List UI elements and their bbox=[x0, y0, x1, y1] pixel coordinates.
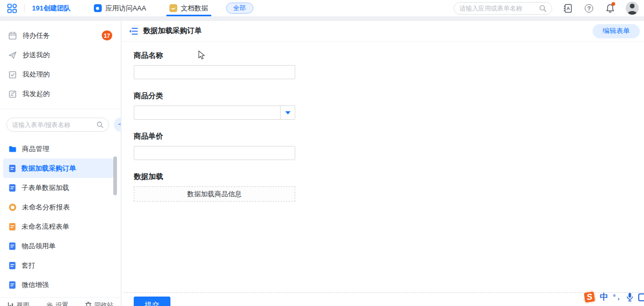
list-item[interactable]: 微信增强 bbox=[3, 275, 113, 294]
ime-chinese-mode[interactable]: 中 bbox=[600, 292, 608, 303]
field-product-price: 商品单价 bbox=[134, 132, 295, 160]
edit-form-button[interactable]: 编辑表单 bbox=[593, 24, 640, 38]
tab-label: 应用访问AAA bbox=[105, 4, 146, 13]
footer-recycle-bin[interactable]: 回收站 bbox=[85, 301, 113, 306]
list-item[interactable]: 未命名流程表单 bbox=[3, 217, 113, 236]
team-name[interactable]: 191创建团队 bbox=[32, 4, 71, 13]
gear-icon bbox=[46, 302, 53, 306]
list-item[interactable]: 物品领用单 bbox=[3, 236, 113, 256]
sidebar-footer: 视图 设置 回收站 bbox=[0, 297, 121, 306]
list-item-label: 套打 bbox=[22, 261, 35, 270]
list-item-label: 物品领用单 bbox=[22, 241, 56, 251]
product-name-input[interactable] bbox=[134, 65, 295, 79]
sidebar-item-todo-tasks[interactable]: 待办任务 17 bbox=[0, 26, 121, 45]
select-arrow[interactable] bbox=[280, 106, 295, 119]
document-icon bbox=[8, 261, 16, 270]
field-product-name: 商品名称 bbox=[134, 51, 295, 79]
document-icon bbox=[8, 281, 16, 289]
list-item-selected[interactable]: 数据加载采购订单 bbox=[3, 159, 113, 178]
help-icon[interactable]: ? bbox=[584, 3, 594, 14]
nav-label: 待办任务 bbox=[23, 31, 50, 40]
page-title: 数据加载采购订单 bbox=[143, 26, 202, 36]
app-access-icon bbox=[94, 4, 102, 12]
list-item-label: 子表单数据加载 bbox=[22, 183, 69, 193]
list-item[interactable]: 子表单数据加载 bbox=[3, 178, 113, 197]
form-search-row: + bbox=[0, 109, 121, 137]
field-product-category: 商品分类 bbox=[134, 91, 295, 120]
sidebar: 待办任务 17 抄送我的 我处理的 我发起的 + 商品管理 数据加 bbox=[0, 21, 121, 306]
apps-grid-icon[interactable] bbox=[7, 4, 17, 13]
address-book-icon[interactable]: A bbox=[563, 3, 573, 14]
footer-label: 视图 bbox=[17, 301, 29, 306]
bottom-dashed-divider bbox=[124, 292, 644, 293]
main-header: 数据加载采购订单 编辑表单 bbox=[122, 21, 644, 41]
field-label: 商品单价 bbox=[134, 132, 295, 141]
list-item-label: 微信增强 bbox=[22, 280, 49, 290]
product-price-input[interactable] bbox=[134, 146, 295, 160]
sidebar-item-handled-by-me[interactable]: 我处理的 bbox=[0, 65, 121, 84]
search-icon bbox=[539, 5, 546, 12]
tab-label: 文档数据 bbox=[181, 4, 208, 13]
sidebar-nav: 待办任务 17 抄送我的 我处理的 我发起的 bbox=[0, 21, 121, 103]
nav-label: 我处理的 bbox=[23, 70, 50, 79]
list-item[interactable]: 套打 bbox=[3, 256, 113, 275]
nav-label: 我发起的 bbox=[23, 89, 50, 99]
add-form-button[interactable]: + bbox=[114, 118, 121, 132]
main-panel: 数据加载采购订单 编辑表单 商品名称 商品分类 商品单价 数据加载 数据加载商品… bbox=[122, 21, 644, 306]
clipboard-edit-icon bbox=[8, 90, 17, 98]
field-data-load: 数据加载 数据加载商品信息 bbox=[134, 172, 295, 202]
clipboard-check-icon bbox=[8, 70, 17, 79]
list-item-folder[interactable]: 商品管理 bbox=[3, 139, 113, 159]
ime-keyboard-icon[interactable] bbox=[638, 293, 644, 301]
list-item-label: 未命名分析报表 bbox=[22, 203, 70, 212]
chevron-down-icon bbox=[285, 111, 291, 114]
global-search[interactable] bbox=[454, 2, 552, 15]
notification-dot bbox=[611, 2, 615, 6]
microphone-icon[interactable] bbox=[626, 292, 634, 302]
list-item-label: 数据加载采购订单 bbox=[22, 164, 76, 173]
form-area: 商品名称 商品分类 商品单价 数据加载 数据加载商品信息 bbox=[122, 41, 644, 202]
form-search[interactable] bbox=[6, 118, 109, 132]
nav-label: 抄送我的 bbox=[23, 50, 50, 60]
field-label: 数据加载 bbox=[134, 172, 295, 182]
calendar-icon bbox=[8, 31, 17, 40]
document-icon bbox=[8, 164, 16, 173]
sidebar-item-cc-to-me[interactable]: 抄送我的 bbox=[0, 45, 121, 65]
field-label: 商品分类 bbox=[134, 91, 295, 101]
data-load-button[interactable]: 数据加载商品信息 bbox=[134, 186, 295, 202]
notification-bell-icon[interactable] bbox=[605, 3, 615, 14]
global-search-input[interactable] bbox=[459, 5, 536, 12]
list-item-label: 未命名流程表单 bbox=[22, 222, 69, 231]
tab-doc-data[interactable]: 文档数据 bbox=[169, 0, 208, 16]
sidebar-item-initiated-by-me[interactable]: 我发起的 bbox=[0, 84, 121, 103]
document-icon bbox=[8, 184, 16, 192]
filter-all-pill[interactable]: 全部 bbox=[226, 3, 253, 14]
svg-text:A: A bbox=[566, 6, 570, 11]
search-icon bbox=[96, 121, 103, 128]
user-avatar[interactable] bbox=[626, 2, 639, 15]
sidebar-scrollbar[interactable] bbox=[113, 156, 117, 195]
ime-punctuation-toggle[interactable]: °， bbox=[613, 292, 621, 302]
topbar-divider bbox=[24, 4, 25, 13]
trash-icon bbox=[85, 302, 92, 306]
topbar-right: A ? bbox=[454, 2, 639, 15]
footer-label: 设置 bbox=[56, 301, 68, 306]
footer-label: 回收站 bbox=[94, 301, 113, 306]
todo-count-badge: 17 bbox=[102, 30, 112, 40]
form-list: 商品管理 数据加载采购订单 子表单数据加载 未命名分析报表 未命名流程表单 物品… bbox=[0, 137, 121, 306]
document-icon bbox=[8, 223, 16, 231]
doc-data-icon bbox=[169, 4, 177, 12]
list-item-label: 商品管理 bbox=[22, 144, 49, 154]
list-item[interactable]: 未命名分析报表 bbox=[3, 197, 113, 217]
document-icon bbox=[8, 242, 16, 250]
chart-icon bbox=[7, 302, 14, 306]
ime-toolbar: S 中 °， bbox=[584, 289, 644, 305]
product-category-select[interactable] bbox=[134, 105, 295, 120]
sogou-logo-icon[interactable]: S bbox=[584, 291, 596, 304]
footer-views[interactable]: 视图 bbox=[7, 301, 29, 306]
submit-button[interactable]: 提交 bbox=[134, 297, 170, 306]
tab-app-access[interactable]: 应用访问AAA bbox=[94, 0, 146, 16]
form-search-input[interactable] bbox=[12, 121, 93, 129]
collapse-sidebar-icon[interactable] bbox=[129, 27, 138, 35]
footer-settings[interactable]: 设置 bbox=[46, 301, 68, 306]
